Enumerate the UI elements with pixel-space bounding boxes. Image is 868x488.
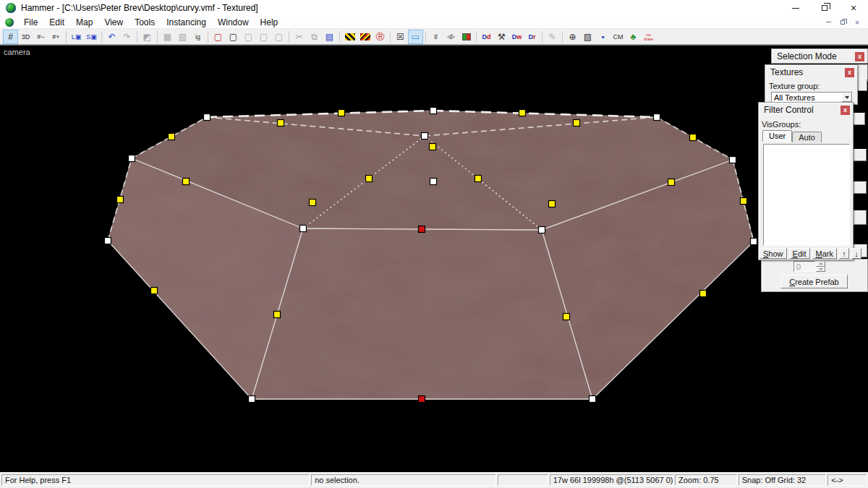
3d-viewport[interactable]: camera 0 xyxy=(0,45,868,472)
toggle-3d-render-button[interactable]: Dr xyxy=(524,30,540,44)
vertex-handle-red[interactable] xyxy=(419,396,425,403)
menu-help[interactable]: Help xyxy=(255,17,284,28)
close-button[interactable]: × xyxy=(839,0,868,16)
ignore-groups-button[interactable]: ig xyxy=(190,30,205,44)
vertex-handle-yellow[interactable] xyxy=(475,176,482,182)
copy-button[interactable]: ⧉ xyxy=(307,30,322,44)
entity-report-button[interactable]: ⚒ xyxy=(494,30,509,44)
vertex-handle-yellow[interactable] xyxy=(700,291,707,297)
vertex-handle-yellow[interactable] xyxy=(574,120,580,127)
mdi-minimize-button[interactable] xyxy=(823,18,833,27)
group-button[interactable]: ▦ xyxy=(160,30,175,44)
show-hidden-1-button[interactable]: ▢ xyxy=(241,30,256,44)
vertex-handle-white[interactable] xyxy=(430,179,437,185)
move-down-button[interactable]: ↓ xyxy=(851,248,861,259)
vertex-handle-white[interactable] xyxy=(422,133,428,140)
vertex-handle-yellow[interactable] xyxy=(366,176,373,182)
vertex-handle-white[interactable] xyxy=(590,396,596,403)
title-bar[interactable]: Hammer - [C:\Users\Peter Brev\Desktop\cu… xyxy=(0,0,868,16)
vertex-handle-yellow[interactable] xyxy=(339,110,345,116)
toggle-3d-grid-button[interactable]: 3D xyxy=(18,30,33,44)
vertex-handle-yellow[interactable] xyxy=(430,144,436,150)
vertex-handle-yellow[interactable] xyxy=(563,314,570,320)
hammer-plugin-button[interactable]: ♣ xyxy=(626,30,641,44)
mdi-restore-button[interactable] xyxy=(838,18,848,27)
save-window-state-button[interactable]: S▣ xyxy=(84,30,99,44)
minimize-button[interactable] xyxy=(781,0,810,16)
select-touching-button[interactable]: ☒ xyxy=(393,30,408,44)
vertex-handle-white[interactable] xyxy=(539,227,545,234)
menu-view[interactable]: View xyxy=(98,17,129,28)
textures-titlebar[interactable]: Textures x xyxy=(765,65,857,80)
vertex-handle-white[interactable] xyxy=(730,157,736,163)
magnify-selection-button[interactable]: ▭ xyxy=(408,30,423,44)
filter-control-close-button[interactable]: x xyxy=(841,106,850,115)
toggle-grid-button[interactable]: # xyxy=(3,30,18,44)
vertex-handle-yellow[interactable] xyxy=(169,134,175,140)
create-prefab-button[interactable]: Create Prefab xyxy=(780,275,848,288)
menu-window[interactable]: Window xyxy=(212,17,255,28)
vertex-handle-yellow[interactable] xyxy=(117,197,124,203)
hide-unselected-button[interactable]: ▢ xyxy=(226,30,241,44)
filter-control-titlebar[interactable]: Filter Control x xyxy=(759,103,853,117)
restore-button[interactable] xyxy=(810,0,839,16)
vertex-handle-yellow[interactable] xyxy=(690,134,697,141)
tab-user[interactable]: User xyxy=(762,130,792,142)
toggle-dotted-grid-button[interactable]: Dd xyxy=(479,30,494,44)
smaller-grid-button[interactable]: #− xyxy=(33,30,48,44)
toggle-texture-browser-button[interactable]: ▨ xyxy=(580,30,595,44)
vertex-handle-white[interactable] xyxy=(249,396,255,403)
larger-grid-button[interactable]: #+ xyxy=(48,30,64,44)
vertex-handle-yellow[interactable] xyxy=(278,120,284,127)
redo-button[interactable]: ↷ xyxy=(119,30,135,44)
vertex-handle-white[interactable] xyxy=(654,114,660,121)
vertex-handle-yellow[interactable] xyxy=(668,179,675,186)
mdi-close-button[interactable]: × xyxy=(852,18,862,27)
paste-button[interactable]: ▤ xyxy=(322,30,337,44)
load-window-state-button[interactable]: L▣ xyxy=(69,30,84,44)
front-center-face[interactable] xyxy=(252,228,592,399)
vertex-handle-white[interactable] xyxy=(300,226,307,232)
menu-edit[interactable]: Edit xyxy=(43,17,70,28)
carve-button[interactable]: ◩ xyxy=(140,30,155,44)
radius-culling-button[interactable]: Ⓡ xyxy=(373,30,388,44)
vertex-handle-yellow[interactable] xyxy=(310,200,316,206)
vertex-handle-yellow[interactable] xyxy=(183,179,190,185)
selection-mode-close-button[interactable]: x xyxy=(855,52,864,61)
viewport-mode-label[interactable]: camera xyxy=(4,48,30,56)
show-button[interactable]: Show xyxy=(760,248,787,259)
toggle-helpers-button[interactable]: ⊕ xyxy=(565,30,580,44)
toggle-nodraw-button[interactable]: no draw xyxy=(641,30,656,44)
menu-map[interactable]: Map xyxy=(70,17,98,28)
mark-button[interactable]: Mark xyxy=(812,248,837,259)
edit-cordon-button[interactable] xyxy=(357,30,373,44)
vertex-handle-white[interactable] xyxy=(204,114,210,121)
vertex-handle-yellow[interactable] xyxy=(519,110,526,116)
vertex-handle-yellow[interactable] xyxy=(741,198,747,205)
undo-button[interactable]: ↶ xyxy=(104,30,119,44)
texture-lock-button[interactable]: tl xyxy=(428,30,443,44)
vertex-handle-red[interactable] xyxy=(419,226,425,233)
texture-scale-lock-button[interactable]: ‹tl› xyxy=(443,30,459,44)
vertex-handle-yellow[interactable] xyxy=(151,288,158,294)
texture-group-dropdown[interactable]: All Textures xyxy=(771,92,853,103)
ungroup-button[interactable]: ▧ xyxy=(175,30,190,44)
menu-instancing[interactable]: Instancing xyxy=(161,17,212,28)
tab-auto[interactable]: Auto xyxy=(792,132,822,142)
cm-mode-button[interactable]: CM xyxy=(610,30,626,44)
hide-selected-button[interactable]: ▢ xyxy=(210,30,226,44)
move-up-button[interactable]: ↑ xyxy=(839,248,849,259)
show-hidden-3-button[interactable]: ▢ xyxy=(271,30,286,44)
vertex-handle-white[interactable] xyxy=(105,238,111,244)
show-hidden-2-button[interactable]: ▢ xyxy=(256,30,271,44)
textures-close-button[interactable]: x xyxy=(845,68,854,77)
vertex-handle-yellow[interactable] xyxy=(274,312,281,318)
vertex-handle-white[interactable] xyxy=(129,155,135,162)
toggle-cordon-button[interactable] xyxy=(342,30,357,44)
sound-browser-button[interactable]: ✎ xyxy=(545,30,560,44)
edit-button[interactable]: Edit xyxy=(789,248,810,259)
menu-file[interactable]: File xyxy=(18,17,43,28)
vertex-handle-white[interactable] xyxy=(430,108,437,114)
visgroups-list[interactable] xyxy=(763,144,850,246)
dropdown-arrow-button[interactable] xyxy=(842,93,852,102)
